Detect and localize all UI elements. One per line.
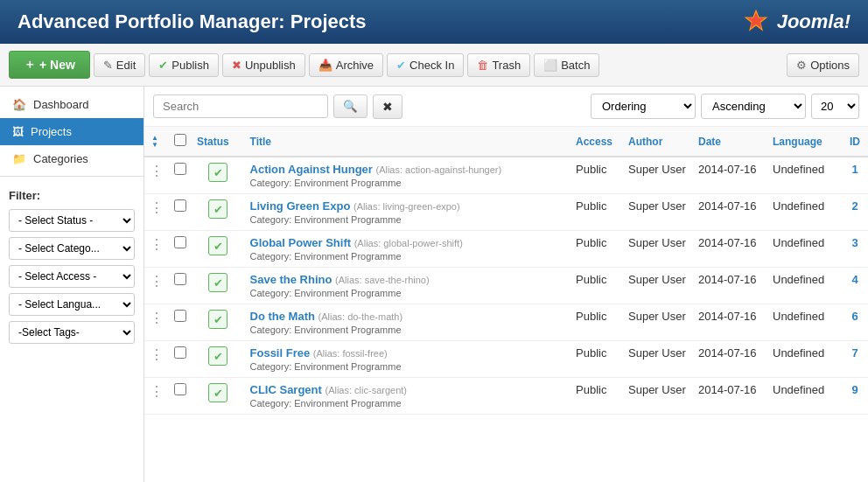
date-cell: 2014-07-16: [693, 304, 767, 341]
projects-table: ▲ ▼ Status Title Access Author Date Lang…: [144, 127, 868, 415]
author-cell: Super User: [623, 304, 693, 341]
projects-icon: 🖼: [12, 125, 24, 138]
status-published-icon[interactable]: ✔: [208, 346, 228, 366]
status-published-icon[interactable]: ✔: [208, 383, 228, 402]
status-cell: ✔: [192, 157, 245, 194]
main-layout: 🏠 Dashboard 🖼 Projects 📁 Categories Filt…: [0, 87, 868, 482]
col-title-header[interactable]: Title: [245, 127, 570, 157]
author-cell: Super User: [623, 231, 693, 268]
clear-search-button[interactable]: ✖: [373, 94, 402, 119]
item-alias: (Alias: do-the-math): [318, 311, 403, 322]
drag-handle-cell: ⋮: [144, 378, 169, 415]
table-row: ⋮ ✔ CLIC Sargent (Alias: clic-sargent) C…: [144, 378, 868, 415]
row-checkbox-cell: [169, 268, 192, 304]
toolbar: ＋ + New ✎ Edit ✔ Publish ✖ Unpublish 📥 A…: [0, 44, 868, 87]
language-cell: Undefined: [767, 194, 842, 231]
count-select[interactable]: 20: [811, 94, 859, 119]
row-checkbox[interactable]: [174, 273, 186, 285]
id-cell: 1: [842, 157, 868, 194]
item-title-link[interactable]: Save the Rhino (Alias: save-the-rhino): [250, 273, 430, 286]
status-published-icon[interactable]: ✔: [208, 163, 228, 182]
date-cell: 2014-07-16: [693, 341, 767, 378]
filter-status-select[interactable]: - Select Status -: [9, 209, 135, 232]
sidebar-divider: [0, 176, 144, 177]
search-controls-right: Ordering Ascending 20: [591, 94, 859, 119]
trash-button[interactable]: 🗑 Trash: [467, 53, 530, 77]
item-title-link[interactable]: Fossil Free (Alias: fossil-free): [250, 346, 388, 360]
drag-handle-icon[interactable]: ⋮: [150, 311, 164, 325]
access-cell: Public: [570, 157, 623, 194]
new-button[interactable]: ＋ + New: [9, 51, 90, 79]
col-access-header[interactable]: Access: [570, 127, 623, 157]
row-checkbox-cell: [169, 304, 192, 341]
row-checkbox[interactable]: [174, 199, 186, 212]
date-cell: 2014-07-16: [693, 378, 767, 415]
row-checkbox[interactable]: [174, 346, 186, 359]
search-button[interactable]: 🔍: [333, 94, 368, 118]
publish-button-label: Publish: [172, 59, 209, 72]
drag-handle-icon[interactable]: ⋮: [150, 164, 164, 178]
title-cell: Do the Math (Alias: do-the-math) Categor…: [245, 304, 570, 341]
drag-handle-icon[interactable]: ⋮: [150, 200, 164, 215]
status-cell: ✔: [192, 194, 245, 231]
drag-handle-icon[interactable]: ⋮: [150, 347, 164, 362]
filter-category-select[interactable]: - Select Catego...: [9, 237, 135, 260]
table-header-row: ▲ ▼ Status Title Access Author Date Lang…: [144, 127, 868, 157]
drag-handle-icon[interactable]: ⋮: [150, 237, 164, 252]
joomla-label: Joomla!: [777, 10, 850, 33]
direction-select[interactable]: Ascending: [701, 94, 806, 119]
col-status-header[interactable]: Status: [192, 127, 245, 157]
status-published-icon[interactable]: ✔: [208, 273, 228, 292]
col-language-header[interactable]: Language: [767, 127, 842, 157]
search-input[interactable]: [153, 94, 328, 118]
table-row: ⋮ ✔ Fossil Free (Alias: fossil-free) Cat…: [144, 341, 868, 378]
status-published-icon[interactable]: ✔: [208, 310, 228, 329]
access-cell: Public: [570, 378, 623, 415]
table-row: ⋮ ✔ Global Power Shift (Alias: global-po…: [144, 231, 868, 268]
item-title-link[interactable]: Global Power Shift (Alias: global-power-…: [250, 236, 463, 249]
sidebar-item-dashboard[interactable]: 🏠 Dashboard: [0, 91, 144, 118]
row-checkbox[interactable]: [174, 310, 186, 322]
item-title-link[interactable]: Action Against Hunger (Alias: action-aga…: [250, 163, 502, 176]
batch-button[interactable]: ⬜ Batch: [534, 53, 599, 77]
ordering-select[interactable]: Ordering: [591, 94, 696, 119]
filter-access-select[interactable]: - Select Access -: [9, 265, 135, 288]
filter-language-select[interactable]: - Select Langua...: [9, 293, 135, 316]
item-category: Category: Environment Programme: [250, 288, 565, 298]
unpublish-button[interactable]: ✖ Unpublish: [222, 53, 305, 77]
item-title-link[interactable]: CLIC Sargent (Alias: clic-sargent): [250, 383, 408, 396]
status-cell: ✔: [192, 268, 245, 304]
status-published-icon[interactable]: ✔: [208, 199, 228, 219]
options-button-label: Options: [810, 59, 850, 72]
drag-handle-icon[interactable]: ⋮: [150, 384, 164, 399]
row-checkbox[interactable]: [174, 383, 186, 395]
archive-button[interactable]: 📥 Archive: [309, 53, 383, 77]
publish-button[interactable]: ✔ Publish: [149, 53, 219, 77]
status-cell: ✔: [192, 378, 245, 415]
select-all-checkbox[interactable]: [174, 134, 186, 146]
drag-handle-icon[interactable]: ⋮: [150, 274, 164, 289]
title-cell: Living Green Expo (Alias: living-green-e…: [245, 194, 570, 231]
title-cell: Action Against Hunger (Alias: action-aga…: [245, 157, 570, 194]
edit-button[interactable]: ✎ Edit: [94, 53, 145, 77]
id-cell: 3: [842, 231, 868, 268]
checkin-icon: ✔: [396, 59, 406, 72]
row-checkbox[interactable]: [174, 163, 186, 175]
item-title-link[interactable]: Do the Math (Alias: do-the-math): [250, 310, 403, 323]
sidebar-item-projects[interactable]: 🖼 Projects: [0, 118, 144, 145]
item-category: Category: Environment Programme: [250, 361, 565, 372]
status-cell: ✔: [192, 231, 245, 268]
col-date-header[interactable]: Date: [693, 127, 767, 157]
col-author-header[interactable]: Author: [623, 127, 693, 157]
trash-icon: 🗑: [477, 59, 488, 72]
item-title-link[interactable]: Living Green Expo (Alias: living-green-e…: [250, 199, 460, 213]
filter-tags-select[interactable]: -Select Tags-: [9, 321, 135, 344]
status-published-icon[interactable]: ✔: [208, 236, 228, 255]
col-id-header[interactable]: ID: [842, 127, 868, 157]
sidebar-item-categories[interactable]: 📁 Categories: [0, 145, 144, 172]
search-bar: 🔍 ✖ Ordering Ascending 20: [144, 87, 868, 127]
checkin-button[interactable]: ✔ Check In: [387, 53, 464, 77]
row-checkbox[interactable]: [174, 236, 186, 248]
edit-button-label: Edit: [116, 59, 136, 72]
options-button[interactable]: ⚙ Options: [787, 53, 859, 77]
